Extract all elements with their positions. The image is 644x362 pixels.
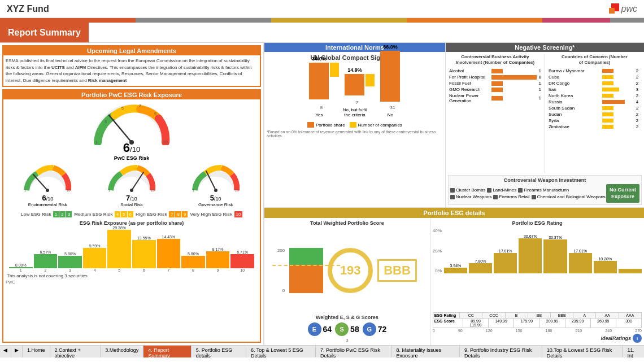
int-norms-footnote: *Based on an 0% tolerance of revenue gen… bbox=[267, 130, 443, 138]
ideal-ratings-text: IdealRatings bbox=[601, 335, 631, 341]
main-denom: /10 bbox=[130, 145, 140, 154]
pwc-footer: PwC bbox=[6, 280, 258, 285]
pwc-logo: pwc bbox=[603, 3, 637, 15]
controversy-title: Controversial Business ActivityInvolveme… bbox=[448, 54, 542, 66]
nav-item-int[interactable]: 11. Int bbox=[623, 346, 644, 357]
main-risk-label: PwC ESG Risk bbox=[6, 155, 258, 161]
rating-title: Portfolio ESG Rating bbox=[433, 220, 642, 226]
nav-item-top5-risk[interactable]: 10.Top & Lowest 5 ESG Risk Details bbox=[542, 346, 623, 357]
neg-screen-header: Negative Screening* bbox=[446, 43, 644, 52]
gov-gauge: 1 10 bbox=[190, 163, 241, 193]
report-summary-header: Report Summary bbox=[0, 23, 89, 42]
svg-point-13 bbox=[130, 189, 133, 192]
countries-title: Countries of Concern (Numberof Companies… bbox=[547, 54, 642, 66]
nav-item-pwc-esg[interactable]: 7. Portfolio PwC ESG Risk Details bbox=[316, 346, 391, 357]
main-gauge-svg: 1 3 5 7 9 10 bbox=[92, 103, 171, 145]
nav-item-top5[interactable]: 6. Top & Lowest 5 ESG Details bbox=[246, 346, 316, 357]
esg-exposure-title: ESG Risk Exposure (as per portfolio shar… bbox=[6, 220, 258, 226]
portfolio-esg-header: Portfolio ESG details bbox=[264, 208, 644, 218]
legal-header: Upcoming Legal Amendments bbox=[3, 46, 260, 55]
g-score: 72 bbox=[378, 325, 387, 334]
pwc-text: pwc bbox=[621, 4, 637, 14]
score-title: Total Weighted Portfolio Score bbox=[267, 220, 428, 226]
nav-item-portfolio-esg[interactable]: 5. Portfolio ESG details bbox=[192, 346, 246, 357]
svg-text:7: 7 bbox=[139, 104, 141, 108]
nav-arrow-right[interactable]: ▶ bbox=[11, 346, 23, 357]
env-gauge: 1 10 bbox=[22, 163, 73, 193]
nav-item-methodology[interactable]: 3.Methodology bbox=[101, 346, 143, 357]
nav-item-home[interactable]: 1.Home bbox=[23, 346, 50, 357]
e-score: 64 bbox=[323, 325, 332, 334]
svg-point-17 bbox=[214, 189, 217, 192]
s-score: 58 bbox=[350, 325, 359, 334]
svg-point-9 bbox=[46, 189, 49, 192]
svg-text:5: 5 bbox=[121, 106, 124, 110]
gov-label: Governance Risk bbox=[190, 202, 241, 207]
nav-item-materiality[interactable]: 8. Materiality Issues Exposure bbox=[391, 346, 460, 357]
score-value: 193 bbox=[340, 263, 361, 278]
svg-text:10: 10 bbox=[235, 189, 239, 192]
controversy-table: Alcohol 1 For Profit Hospital 8 Fossil F… bbox=[448, 68, 542, 104]
env-label: Environmental Risk bbox=[22, 202, 73, 207]
countries-table: Burma / Myanmar2 Cuba2 DR Congo2 Iran3 N… bbox=[547, 68, 642, 130]
weighted-title: Weighted E, S & G Scores bbox=[267, 315, 428, 320]
svg-text:9: 9 bbox=[154, 112, 156, 116]
weapon-title: Controversial Weapon Investment bbox=[450, 177, 639, 183]
nav-item-industry[interactable]: 9. Portfolio Industry ESG Risk Details bbox=[460, 346, 542, 357]
legal-text: ESMA published its final technical advic… bbox=[6, 58, 258, 84]
svg-text:3: 3 bbox=[105, 120, 107, 124]
svg-text:10: 10 bbox=[151, 189, 155, 192]
nav-item-report-summary[interactable]: 4. Report Summary bbox=[143, 346, 191, 357]
bbb-badge: BBB bbox=[377, 259, 417, 282]
fund-title: XYZ Fund bbox=[7, 4, 49, 14]
nav-arrow-left[interactable]: ◀ bbox=[0, 346, 11, 357]
svg-line-0 bbox=[109, 115, 132, 142]
nav-item-context[interactable]: 2.Context + objective bbox=[50, 346, 101, 357]
portfolio-risk-header: Portfolio PwC ESG Risk Exposure bbox=[3, 90, 260, 99]
analysis-note: This analysis is not covering 3 securiti… bbox=[6, 272, 258, 280]
social-gauge: 1 10 bbox=[106, 163, 157, 193]
no-exposure-badge: No Current Exposure bbox=[606, 184, 639, 203]
compact-signatory-title: UN Global Compact Signatory bbox=[267, 54, 443, 61]
social-label: Social Risk bbox=[106, 202, 157, 207]
main-score: 6 bbox=[123, 141, 130, 155]
int-norms-header: International Norms bbox=[264, 43, 445, 52]
svg-text:10: 10 bbox=[67, 189, 71, 192]
